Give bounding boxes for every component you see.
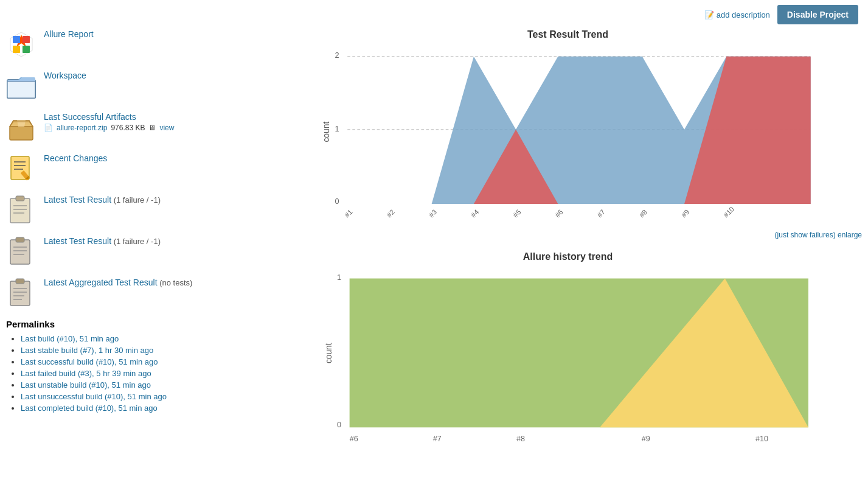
artifacts-item: Last Successful Artifacts 📄 allure-repor… (6, 112, 262, 142)
disable-project-button[interactable]: Disable Project (777, 5, 858, 24)
ah-y-axis-title: count (324, 343, 333, 363)
svg-text:#9: #9 (680, 208, 691, 219)
svg-rect-28 (10, 281, 30, 306)
permalinks-list: Last build (#10), 51 min ago Last stable… (6, 334, 262, 413)
workspace-icon (6, 71, 36, 101)
allure-report-item: Allure Report (6, 29, 262, 60)
svg-rect-18 (10, 198, 30, 223)
latest-test-result-1-content: Latest Test Result (1 failure / -1) (44, 195, 161, 205)
file-icon: 📄 (44, 124, 53, 132)
test-result-trend-chart: Test Result Trend 2 1 0 count (274, 29, 862, 239)
svg-rect-29 (16, 279, 24, 284)
artifacts-icon (6, 112, 36, 142)
right-panel: Test Result Trend 2 1 0 count (274, 29, 862, 475)
workspace-content: Workspace (44, 71, 86, 80)
permalink-link-2[interactable]: Last successful build (#10), 51 min ago (21, 357, 158, 366)
permalink-link-5[interactable]: Last unsuccessful build (#10), 51 min ag… (21, 392, 167, 401)
svg-rect-19 (16, 196, 24, 201)
permalinks-title: Permalinks (6, 319, 262, 329)
svg-text:#10: #10 (722, 205, 735, 219)
add-description-text: add description (717, 10, 770, 19)
allure-icon (6, 29, 36, 60)
list-item: Last completed build (#10), 51 min ago (21, 404, 262, 413)
top-bar: 📝 add description Disable Project (0, 0, 868, 29)
recent-changes-item: Recent Changes (6, 153, 262, 184)
latest-aggregated-content: Latest Aggregated Test Result (no tests) (44, 278, 192, 287)
clipboard-3-icon (6, 278, 36, 308)
latest-test-result-2-note: (1 failure / -1) (114, 237, 161, 246)
svg-text:#5: #5 (512, 208, 523, 219)
latest-aggregated-note: (no tests) (159, 278, 192, 287)
recent-changes-icon (6, 153, 36, 184)
svg-text:#9: #9 (642, 435, 650, 443)
list-item: Last unstable build (#10), 51 min ago (21, 380, 262, 390)
svg-text:#7: #7 (596, 208, 607, 219)
y-zero-label: 0 (335, 197, 339, 206)
workspace-item: Workspace (6, 71, 262, 101)
svg-rect-6 (23, 46, 30, 53)
left-panel: Allure Report Workspace (6, 29, 262, 475)
ah-y-zero: 0 (337, 421, 341, 429)
list-item: Last successful build (#10), 51 min ago (21, 357, 262, 366)
svg-rect-11 (10, 127, 33, 140)
allure-report-content: Allure Report (44, 29, 94, 39)
workspace-link[interactable]: Workspace (44, 71, 86, 80)
svg-text:#6: #6 (554, 208, 564, 219)
svg-text:#2: #2 (385, 208, 396, 219)
clipboard-1-icon (6, 195, 36, 225)
permalink-link-0[interactable]: Last build (#10), 51 min ago (21, 334, 119, 343)
svg-rect-23 (10, 240, 30, 264)
y-axis-title: count (321, 122, 331, 142)
svg-rect-24 (16, 237, 24, 242)
latest-test-result-2-content: Latest Test Result (1 failure / -1) (44, 236, 161, 246)
view-icon: 🖥 (148, 124, 156, 132)
list-item: Last build (#10), 51 min ago (21, 334, 262, 343)
artifact-view-link[interactable]: view (159, 124, 174, 132)
artifacts-content: Last Successful Artifacts 📄 allure-repor… (44, 112, 174, 132)
svg-text:#7: #7 (433, 435, 442, 443)
latest-test-result-2-item: Latest Test Result (1 failure / -1) (6, 236, 262, 267)
artifact-file-link[interactable]: allure-report.zip (57, 124, 107, 132)
y-mid-label: 1 (335, 125, 339, 133)
latest-test-result-1-note: (1 failure / -1) (114, 195, 161, 205)
allure-history-trend-chart: Allure history trend 1 0 count #6 #7 #8 … (274, 251, 862, 463)
y-max-label: 2 (335, 51, 339, 60)
svg-text:#8: #8 (516, 435, 525, 443)
permalink-link-4[interactable]: Last unstable build (#10), 51 min ago (21, 380, 151, 390)
artifact-sub: 📄 allure-report.zip 976.83 KB 🖥 view (44, 124, 174, 132)
recent-changes-content: Recent Changes (44, 153, 107, 163)
artifact-size: 976.83 KB (111, 124, 145, 132)
just-show-failures-link[interactable]: (just show failures) (775, 231, 836, 239)
svg-text:#10: #10 (755, 435, 768, 443)
ah-y-one: 1 (337, 273, 341, 282)
permalink-link-3[interactable]: Last failed build (#3), 5 hr 39 min ago (21, 369, 151, 378)
latest-aggregated-item: Latest Aggregated Test Result (no tests) (6, 278, 262, 308)
svg-text:#3: #3 (428, 208, 439, 219)
test-result-trend-svg: 2 1 0 count #1 (274, 44, 862, 226)
main-layout: Allure Report Workspace (0, 29, 868, 475)
svg-rect-3 (13, 36, 20, 43)
artifacts-link[interactable]: Last Successful Artifacts (44, 112, 174, 122)
svg-rect-4 (23, 36, 30, 43)
latest-aggregated-link[interactable]: Latest Aggregated Test Result (44, 278, 158, 287)
permalink-link-1[interactable]: Last stable build (#7), 1 hr 30 min ago (21, 346, 153, 355)
clipboard-2-icon (6, 236, 36, 267)
allure-report-link[interactable]: Allure Report (44, 29, 94, 39)
latest-test-result-2-link[interactable]: Latest Test Result (44, 236, 111, 246)
allure-history-trend-svg: 1 0 count #6 #7 #8 #9 #10 (274, 266, 862, 461)
list-item: Last stable build (#7), 1 hr 30 min ago (21, 346, 262, 355)
svg-text:#4: #4 (470, 208, 481, 219)
svg-rect-5 (13, 46, 20, 53)
allure-history-trend-title: Allure history trend (274, 251, 862, 262)
permalinks-section: Permalinks Last build (#10), 51 min ago … (6, 319, 262, 413)
enlarge-link[interactable]: enlarge (838, 231, 862, 239)
svg-rect-10 (7, 82, 35, 98)
latest-test-result-1-item: Latest Test Result (1 failure / -1) (6, 195, 262, 225)
recent-changes-link[interactable]: Recent Changes (44, 153, 107, 163)
svg-text:#1: #1 (343, 208, 354, 219)
permalink-link-6[interactable]: Last completed build (#10), 51 min ago (21, 404, 158, 413)
add-description-link[interactable]: 📝 add description (704, 10, 770, 19)
test-result-trend-title: Test Result Trend (274, 29, 862, 40)
latest-test-result-1-link[interactable]: Latest Test Result (44, 195, 111, 205)
svg-text:#6: #6 (350, 435, 358, 443)
